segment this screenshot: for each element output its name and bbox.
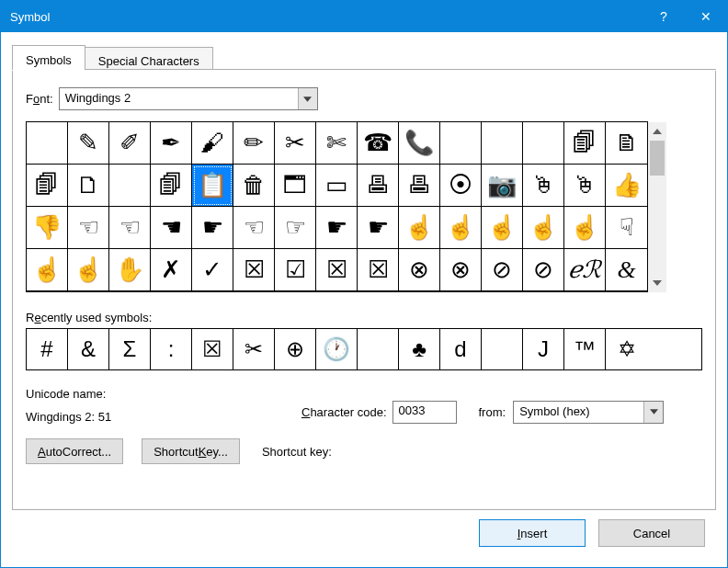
recent-cell[interactable] [358, 329, 399, 369]
symbol-cell[interactable]: ✄ [316, 122, 358, 165]
tab-special-characters[interactable]: Special Characters [85, 47, 213, 70]
symbol-cell[interactable]: ☒ [358, 249, 399, 291]
symbol-cell[interactable]: ☟ [606, 207, 647, 249]
symbol-cell[interactable] [482, 122, 523, 165]
scrollbar[interactable] [648, 121, 666, 292]
symbol-cell[interactable]: ☛ [358, 207, 399, 249]
recent-cell[interactable]: : [151, 329, 192, 369]
symbol-cell[interactable]: ☒ [316, 249, 358, 291]
symbol-cell[interactable] [523, 122, 564, 165]
recent-cell[interactable]: ♣ [399, 329, 440, 369]
symbol-cell[interactable]: ℯℛ [564, 249, 606, 291]
shortcut-key-button[interactable]: Shortcut Key... [142, 438, 240, 464]
symbol-cell[interactable]: 🗎 [606, 122, 647, 165]
symbol-cell[interactable]: ☝ [564, 207, 606, 249]
symbol-cell[interactable]: ☛ [316, 207, 358, 249]
insert-button[interactable]: Insert [479, 519, 586, 547]
symbol-cell[interactable]: 📷 [482, 165, 523, 207]
symbol-cell[interactable] [109, 165, 151, 207]
symbol-cell[interactable]: ⊘ [482, 249, 523, 291]
symbol-cell[interactable]: ☛ [192, 207, 233, 249]
symbol-cell[interactable]: 🗐 [151, 165, 192, 207]
recent-cell[interactable]: ☒ [192, 329, 233, 369]
symbol-cell[interactable]: 👎 [27, 207, 68, 249]
symbol-cell[interactable]: ▭ [316, 165, 358, 207]
symbol-cell[interactable]: ☑ [275, 249, 316, 291]
recent-cell[interactable]: 🕐 [316, 329, 358, 369]
symbol-cell[interactable]: ⊘ [523, 249, 564, 291]
scroll-thumb[interactable] [650, 141, 665, 176]
recent-cell[interactable]: & [68, 329, 109, 369]
symbol-cell[interactable]: ☜ [233, 207, 275, 249]
recent-cell[interactable]: ™ [564, 329, 606, 369]
tab-symbols[interactable]: Symbols [12, 45, 85, 70]
symbol-cell[interactable]: 🖰 [564, 165, 606, 207]
symbol-cell[interactable]: ☞ [275, 207, 316, 249]
symbol-cell[interactable]: ☝ [399, 207, 440, 249]
symbol-cell[interactable]: ☝ [68, 249, 109, 291]
recent-cell[interactable]: ✡ [606, 329, 647, 369]
from-combo[interactable]: Symbol (hex) [513, 401, 664, 424]
tab-symbols-label: Symbols [26, 53, 72, 67]
symbol-cell[interactable]: ☜ [109, 207, 151, 249]
symbol-cell[interactable]: ☝ [27, 249, 68, 291]
scroll-down-icon[interactable] [648, 274, 666, 292]
close-button[interactable]: ✕ [685, 1, 727, 32]
symbol-cell[interactable]: 📋 [192, 165, 233, 207]
recent-cell[interactable]: # [27, 329, 68, 369]
symbol-cell[interactable]: 📞 [399, 122, 440, 165]
symbol-cell[interactable]: ☚ [151, 207, 192, 249]
symbol-cell[interactable]: 🗔 [275, 165, 316, 207]
symbol-cell[interactable]: ⊗ [440, 249, 482, 291]
symbol-cell[interactable]: ✏ [233, 122, 275, 165]
cancel-button[interactable]: Cancel [598, 519, 705, 547]
recent-grid[interactable]: #&Σ:☒✂⊕🕐♣dJ™✡ [26, 328, 702, 370]
symbol-cell[interactable]: ☒ [233, 249, 275, 291]
scroll-track[interactable] [648, 141, 666, 274]
symbol-cell[interactable]: ☝ [440, 207, 482, 249]
scroll-up-icon[interactable] [648, 122, 666, 141]
window-title: Symbol [1, 10, 643, 24]
symbol-cell[interactable]: 🖌 [192, 122, 233, 165]
symbol-cell[interactable]: ☜ [68, 207, 109, 249]
charcode-input[interactable]: 0033 [392, 401, 457, 424]
symbol-cell[interactable]: ☎ [358, 122, 399, 165]
symbol-cell[interactable]: ⊗ [399, 249, 440, 291]
symbol-cell[interactable]: 🖶 [399, 165, 440, 207]
recent-cell[interactable]: ✂ [233, 329, 275, 369]
symbol-cell[interactable] [440, 122, 482, 165]
autocorrect-button[interactable]: AutoCorrect... [26, 438, 123, 464]
recent-cell[interactable] [482, 329, 523, 369]
symbol-cell[interactable]: ☝ [523, 207, 564, 249]
recent-cell[interactable]: d [440, 329, 482, 369]
recent-cell[interactable]: J [523, 329, 564, 369]
symbol-grid[interactable]: ✎✐✒🖌✏✂✄☎📞🗐🗎🗐🗋🗐📋🗑🗔▭🖶🖶⦿📷🖰🖰👍👎☜☜☚☛☜☞☛☛☝☝☝☝☝☟… [26, 121, 648, 292]
recent-cell[interactable]: Σ [109, 329, 151, 369]
symbol-cell[interactable]: ✋ [109, 249, 151, 291]
unicode-name-value: Wingdings 2: 51 [26, 410, 301, 424]
symbol-cell[interactable]: ✗ [151, 249, 192, 291]
symbol-cell[interactable]: ✐ [109, 122, 151, 165]
symbol-cell[interactable]: ✂ [275, 122, 316, 165]
chevron-down-icon[interactable] [643, 402, 663, 423]
symbol-cell[interactable]: ✓ [192, 249, 233, 291]
symbol-cell[interactable]: ☝ [482, 207, 523, 249]
symbol-cell[interactable]: 🗑 [233, 165, 275, 207]
symbol-cell[interactable]: & [606, 249, 647, 291]
chevron-down-icon[interactable] [298, 88, 317, 109]
symbol-cell[interactable]: ⦿ [440, 165, 482, 207]
symbol-cell[interactable]: 👍 [606, 165, 647, 207]
titlebar: Symbol ? ✕ [1, 1, 727, 32]
font-combo[interactable]: Wingdings 2 [59, 87, 318, 110]
symbol-cell[interactable]: ✒ [151, 122, 192, 165]
symbol-cell[interactable]: ✎ [68, 122, 109, 165]
from-combo-value: Symbol (hex) [514, 402, 643, 423]
recent-cell[interactable]: ⊕ [275, 329, 316, 369]
symbol-cell[interactable]: 🗋 [68, 165, 109, 207]
help-button[interactable]: ? [643, 1, 685, 32]
symbol-cell[interactable] [27, 122, 68, 165]
symbol-cell[interactable]: 🖶 [358, 165, 399, 207]
symbol-cell[interactable]: 🖰 [523, 165, 564, 207]
symbol-cell[interactable]: 🗐 [564, 122, 606, 165]
symbol-cell[interactable]: 🗐 [27, 165, 68, 207]
